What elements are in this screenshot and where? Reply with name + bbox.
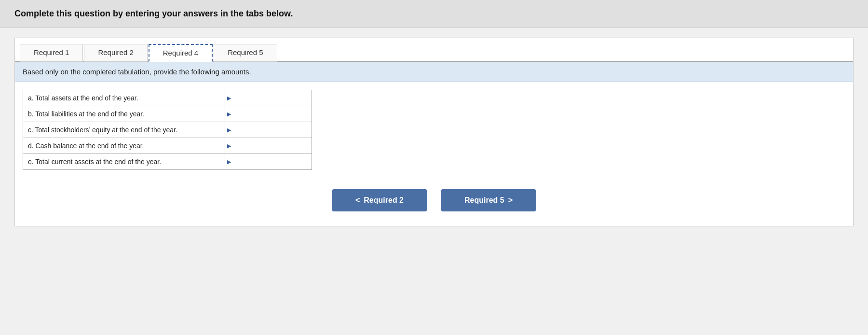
- instruction-bar: Based only on the completed tabulation, …: [15, 62, 853, 82]
- input-d[interactable]: [231, 138, 312, 154]
- nav-buttons: < Required 2 Required 5 >: [15, 180, 853, 226]
- row-label-c: c. Total stockholders’ equity at the end…: [23, 122, 225, 138]
- next-button-label: Required 5: [464, 196, 504, 205]
- arrow-icon-d: ▶: [227, 143, 231, 149]
- input-a[interactable]: [231, 90, 312, 106]
- row-input-cell-d[interactable]: ▶: [225, 138, 312, 154]
- data-table: a. Total assets at the end of the year.▶…: [23, 90, 312, 170]
- row-input-cell-e[interactable]: ▶: [225, 154, 312, 170]
- arrow-icon-a: ▶: [227, 95, 231, 101]
- table-row: c. Total stockholders’ equity at the end…: [23, 122, 312, 138]
- table-row: d. Cash balance at the end of the year.▶: [23, 138, 312, 154]
- arrow-icon-b: ▶: [227, 111, 231, 117]
- input-b[interactable]: [231, 106, 312, 122]
- next-chevron-icon: >: [508, 196, 513, 205]
- table-row: a. Total assets at the end of the year.▶: [23, 90, 312, 106]
- input-c[interactable]: [231, 122, 312, 138]
- row-label-a: a. Total assets at the end of the year.: [23, 90, 225, 106]
- tab-required5[interactable]: Required 5: [214, 44, 277, 62]
- prev-button-label: Required 2: [364, 196, 404, 205]
- table-section: a. Total assets at the end of the year.▶…: [15, 82, 853, 180]
- tab-required4[interactable]: Required 4: [149, 44, 213, 62]
- table-row: e. Total current assets at the end of th…: [23, 154, 312, 170]
- page-wrapper: Complete this question by entering your …: [0, 0, 868, 335]
- arrow-icon-e: ▶: [227, 159, 231, 165]
- row-label-e: e. Total current assets at the end of th…: [23, 154, 225, 170]
- prev-chevron-icon: <: [355, 196, 360, 205]
- prev-button[interactable]: < Required 2: [332, 189, 427, 211]
- table-row: b. Total liabilities at the end of the y…: [23, 106, 312, 122]
- input-e[interactable]: [231, 154, 312, 169]
- content-area: Required 1 Required 2 Required 4 Require…: [14, 38, 854, 226]
- row-input-cell-b[interactable]: ▶: [225, 106, 312, 122]
- row-label-d: d. Cash balance at the end of the year.: [23, 138, 225, 154]
- header-bar: Complete this question by entering your …: [0, 0, 868, 28]
- page-title: Complete this question by entering your …: [14, 9, 293, 18]
- next-button[interactable]: Required 5 >: [441, 189, 536, 211]
- arrow-icon-c: ▶: [227, 127, 231, 133]
- tab-required1[interactable]: Required 1: [20, 44, 83, 62]
- row-input-cell-c[interactable]: ▶: [225, 122, 312, 138]
- tab-required2[interactable]: Required 2: [84, 44, 147, 62]
- row-label-b: b. Total liabilities at the end of the y…: [23, 106, 225, 122]
- row-input-cell-a[interactable]: ▶: [225, 90, 312, 106]
- tabs-container: Required 1 Required 2 Required 4 Require…: [15, 38, 853, 62]
